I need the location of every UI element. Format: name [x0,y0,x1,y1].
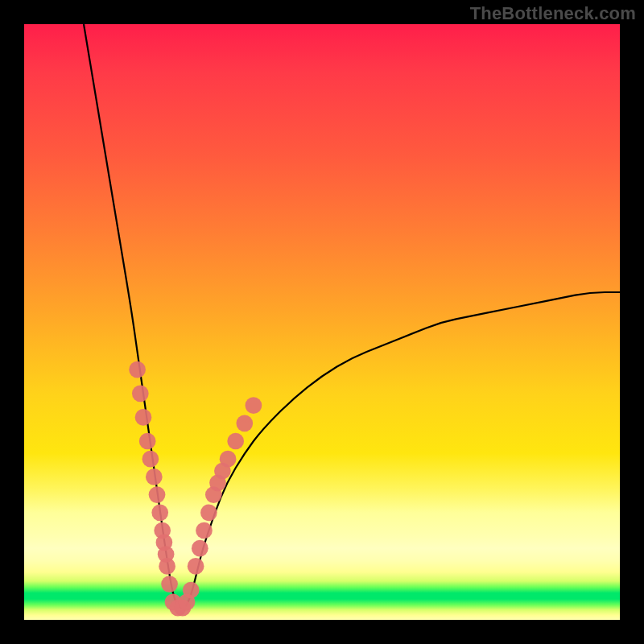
scatter-dot [220,451,237,468]
scatter-dot [192,540,208,557]
scatter-dot [161,576,178,592]
scatter-dot [236,415,253,431]
scatter-dot [227,433,244,450]
chart-frame: TheBottleneck.com [0,0,644,644]
scatter-dot [135,409,152,426]
watermark-text: TheBottleneck.com [470,3,636,24]
scatter-dot [159,558,175,575]
plot-area [24,24,620,620]
scatter-dot [183,582,200,599]
scatter-dot [196,522,213,539]
bottleneck-v-curve [84,24,620,608]
scatter-dot [142,451,159,468]
scatter-dot [200,504,217,521]
scatter-dot [132,385,149,402]
scatter-dot [151,504,168,521]
scatter-dot [146,469,163,485]
scatter-dot [129,361,146,378]
chart-svg [24,24,620,620]
scatter-dot [149,486,166,503]
scatter-dot [246,397,262,414]
scatter-dot [188,558,204,575]
scatter-dot [139,433,156,450]
